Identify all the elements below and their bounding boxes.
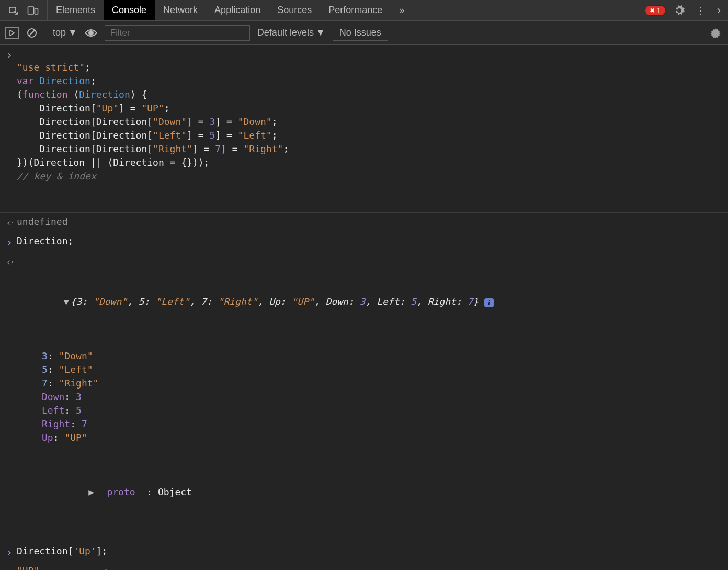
property-key: Up bbox=[42, 432, 53, 443]
tab-label: Application bbox=[214, 5, 260, 16]
output-marker-icon bbox=[2, 215, 17, 230]
output-content: undefined bbox=[17, 215, 723, 230]
console-output-row: "UP" bbox=[0, 562, 728, 570]
output-content: "UP" bbox=[17, 564, 723, 570]
close-devtools-icon[interactable]: › bbox=[714, 4, 724, 17]
object-property-row: Up: "UP" bbox=[17, 431, 723, 444]
console-input-row[interactable]: Direction['Up']; bbox=[0, 542, 728, 562]
toolbar-separator bbox=[45, 26, 46, 40]
tab-performance[interactable]: Performance bbox=[320, 0, 391, 20]
property-key: Right bbox=[42, 418, 70, 429]
tab-elements[interactable]: Elements bbox=[48, 0, 104, 20]
object-output: ▼{3: "Down", 5: "Left", 7: "Right", Up: … bbox=[17, 254, 723, 540]
object-property-row: Left: 5 bbox=[17, 404, 723, 417]
property-value: 7 bbox=[82, 418, 87, 429]
tab-label: Network bbox=[163, 5, 198, 16]
console-input-row[interactable]: "use strict"; var Direction; (function (… bbox=[0, 45, 728, 213]
log-levels-selector[interactable]: Default levels ▼ bbox=[257, 27, 325, 38]
inspect-icon-group bbox=[0, 0, 48, 20]
tab-label: Sources bbox=[277, 5, 312, 16]
output-marker-icon bbox=[2, 564, 17, 570]
chevron-double-right-icon: » bbox=[399, 5, 404, 16]
chevron-down-icon: ▼ bbox=[68, 27, 77, 38]
input-marker-icon bbox=[2, 544, 17, 560]
clear-console-icon[interactable] bbox=[26, 27, 38, 38]
svg-line-4 bbox=[29, 30, 35, 36]
context-label: top bbox=[53, 27, 66, 38]
levels-label: Default levels bbox=[257, 27, 314, 38]
chevron-down-icon: ▼ bbox=[316, 27, 325, 38]
property-key: Left bbox=[42, 405, 64, 416]
inspect-element-icon[interactable] bbox=[4, 5, 23, 16]
console-input-row[interactable]: Direction; bbox=[0, 232, 728, 252]
tab-label: Performance bbox=[328, 5, 382, 16]
devtools-tabs: Elements Console Network Application Sou… bbox=[48, 0, 413, 20]
object-property-row: Right: 7 bbox=[17, 417, 723, 431]
console-output-row: undefined bbox=[0, 213, 728, 232]
input-marker-icon bbox=[2, 234, 17, 249]
object-property-row: 7: "Right" bbox=[17, 377, 723, 390]
filter-input[interactable] bbox=[105, 25, 250, 41]
issues-label: No Issues bbox=[339, 27, 381, 38]
code-content: Direction['Up']; bbox=[17, 544, 723, 560]
tab-network[interactable]: Network bbox=[155, 0, 206, 20]
console-output-row: ▼{3: "Down", 5: "Left", 7: "Right", Up: … bbox=[0, 252, 728, 542]
error-count: 1 bbox=[657, 6, 661, 15]
object-property-row: Down: 3 bbox=[17, 390, 723, 404]
tab-overflow[interactable]: » bbox=[391, 0, 413, 20]
issues-button[interactable]: No Issues bbox=[333, 25, 388, 41]
property-value: 3 bbox=[76, 391, 82, 402]
property-value: "Right" bbox=[59, 378, 99, 389]
property-value: "Left" bbox=[59, 364, 93, 375]
device-toolbar-icon[interactable] bbox=[23, 5, 43, 16]
proto-value: Object bbox=[158, 486, 192, 497]
property-value: "Down" bbox=[59, 350, 93, 361]
tab-label: Console bbox=[112, 5, 146, 16]
output-marker-icon bbox=[2, 254, 17, 540]
live-expression-icon[interactable] bbox=[85, 27, 97, 38]
property-key: 5 bbox=[42, 364, 48, 375]
console-output: "use strict"; var Direction; (function (… bbox=[0, 45, 728, 570]
object-property-row: 3: "Down" bbox=[17, 349, 723, 363]
property-key: 7 bbox=[42, 378, 48, 389]
code-content: Direction; bbox=[17, 234, 723, 249]
error-x-icon: ✖ bbox=[650, 7, 655, 14]
execution-context-selector[interactable]: top ▼ bbox=[53, 27, 77, 38]
proto-expand-toggle[interactable]: ▶ bbox=[87, 485, 96, 499]
object-info-badge[interactable]: i bbox=[484, 298, 494, 307]
object-collapse-toggle[interactable]: ▼ bbox=[62, 295, 71, 309]
error-count-badge[interactable]: ✖ 1 bbox=[645, 5, 666, 16]
settings-gear-icon[interactable] bbox=[671, 5, 688, 16]
svg-rect-1 bbox=[28, 7, 34, 14]
tab-label: Elements bbox=[56, 5, 95, 16]
property-value: 5 bbox=[76, 405, 82, 416]
svg-rect-2 bbox=[35, 8, 38, 14]
more-vert-icon[interactable]: ⋮ bbox=[693, 5, 709, 16]
console-settings-gear-icon[interactable] bbox=[708, 27, 723, 38]
property-value: "UP" bbox=[64, 432, 87, 443]
tab-application[interactable]: Application bbox=[206, 0, 269, 20]
devtools-tab-bar: Elements Console Network Application Sou… bbox=[0, 0, 728, 21]
object-property-row: 5: "Left" bbox=[17, 363, 723, 377]
property-key: Down bbox=[42, 391, 64, 402]
code-content: "use strict"; var Direction; (function (… bbox=[17, 47, 723, 210]
tab-sources[interactable]: Sources bbox=[269, 0, 320, 20]
svg-point-5 bbox=[89, 31, 93, 35]
sidebar-toggle-icon[interactable] bbox=[5, 27, 19, 39]
console-toolbar: top ▼ Default levels ▼ No Issues bbox=[0, 21, 728, 45]
property-key: 3 bbox=[42, 350, 48, 361]
tab-console[interactable]: Console bbox=[104, 0, 155, 20]
input-marker-icon bbox=[2, 47, 17, 210]
proto-key: __proto__ bbox=[96, 486, 147, 497]
tab-bar-right: ✖ 1 ⋮ › bbox=[645, 0, 728, 20]
